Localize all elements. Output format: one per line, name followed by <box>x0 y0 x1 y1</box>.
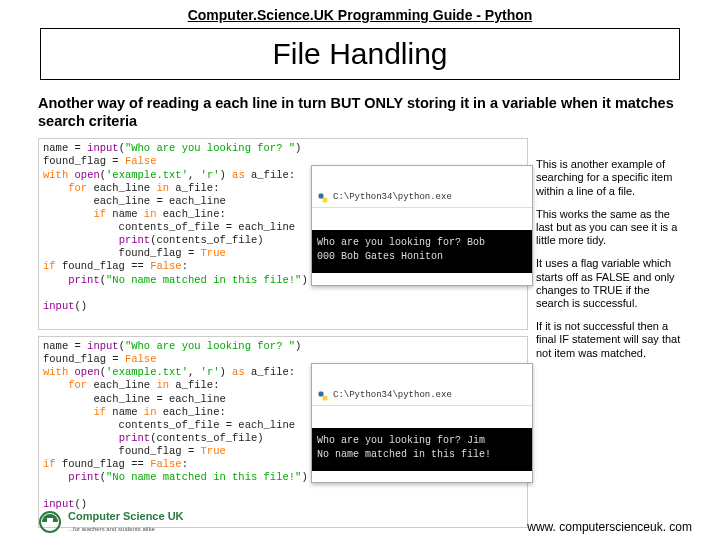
logo-icon <box>38 510 62 534</box>
page-title: File Handling <box>40 28 680 80</box>
console-path: C:\Python34\python.exe <box>333 192 452 203</box>
console-window-1: C:\Python34\python.exe Who are you looki… <box>311 165 533 285</box>
console-output: Who are you looking for? Bob 000 Bob Gat… <box>312 230 532 273</box>
explanation-column: This is another example of searching for… <box>536 138 682 528</box>
code-block-2: name = input("Who are you looking for? "… <box>38 336 528 528</box>
console-titlebar: C:\Python34\python.exe <box>312 189 532 208</box>
svg-rect-3 <box>323 395 328 400</box>
console-path: C:\Python34\python.exe <box>333 390 452 401</box>
note-paragraph: This is another example of searching for… <box>536 158 682 198</box>
logo: Computer Science UK ...for teachers and … <box>38 510 184 534</box>
page-header: Computer.Science.UK Programming Guide - … <box>0 0 720 26</box>
header-title: Computer.Science.UK Programming Guide - … <box>188 7 533 23</box>
svg-rect-1 <box>323 197 328 202</box>
logo-text: Computer Science UK ...for teachers and … <box>68 511 184 533</box>
subtitle: Another way of reading a each line in tu… <box>0 90 720 138</box>
console-output: Who are you looking for? Jim No name mat… <box>312 428 532 471</box>
svg-rect-5 <box>47 518 53 522</box>
svg-rect-2 <box>319 391 324 396</box>
note-paragraph: If it is not successful then a final IF … <box>536 320 682 360</box>
svg-rect-0 <box>319 193 324 198</box>
left-column: name = input("Who are you looking for? "… <box>38 138 528 528</box>
note-paragraph: This works the same as the last but as y… <box>536 208 682 248</box>
note-paragraph: It uses a flag variable which starts off… <box>536 257 682 310</box>
content-area: name = input("Who are you looking for? "… <box>0 138 720 528</box>
console-window-2: C:\Python34\python.exe Who are you looki… <box>311 363 533 483</box>
console-titlebar: C:\Python34\python.exe <box>312 387 532 406</box>
footer: Computer Science UK ...for teachers and … <box>0 510 720 534</box>
python-icon <box>317 390 329 402</box>
code-block-1: name = input("Who are you looking for? "… <box>38 138 528 330</box>
python-icon <box>317 192 329 204</box>
footer-url: www. computerscienceuk. com <box>527 520 692 534</box>
